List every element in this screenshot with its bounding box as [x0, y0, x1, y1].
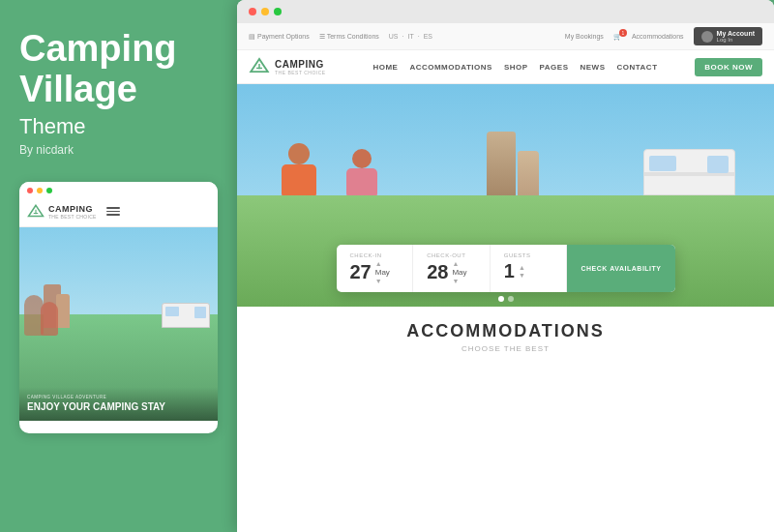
checkin-arrow-up[interactable]: ▲ — [375, 260, 390, 267]
accommodations-topbar-link[interactable]: Accommodations — [632, 33, 684, 40]
hero-rock-tower-1 — [487, 132, 516, 209]
my-account-button[interactable]: My Account Log In — [694, 27, 762, 45]
check-btn-line2: AVAILABILITY — [610, 264, 661, 273]
browser-dot-green[interactable] — [274, 8, 282, 15]
nav-logo: CAMPING THE BEST CHOICE — [249, 56, 326, 77]
brand-name-line2: Village — [19, 69, 137, 109]
accommodations-title: ACCOMMODATIONS — [256, 321, 755, 341]
terms-label: Terms Conditions — [327, 33, 379, 40]
nav-link-shop[interactable]: SHOP — [504, 63, 528, 72]
nav-link-accommodations[interactable]: ACCOMMODATIONS — [409, 63, 492, 72]
guests-arrow-up[interactable]: ▲ — [519, 264, 525, 271]
book-now-button[interactable]: BOOK NOW — [695, 58, 762, 76]
child-figure-1 — [280, 143, 318, 213]
topbar-langs: US · IT · ES — [389, 33, 432, 41]
browser-chrome — [237, 0, 774, 23]
mobile-camping-tagline: THE BEST CHOICE — [48, 214, 97, 220]
checkout-field[interactable]: CHECK-OUT 28 ▲ May ▼ — [413, 245, 491, 292]
mobile-dot-yellow — [37, 188, 43, 193]
browser-dot-red[interactable] — [249, 8, 256, 15]
checkout-arrow-down[interactable]: ▼ — [452, 278, 466, 284]
hero-dot-2[interactable] — [508, 296, 514, 302]
terms-icon: ☰ — [319, 33, 325, 41]
hero-rv — [643, 149, 735, 211]
nav-link-contact[interactable]: CONTACT — [617, 63, 658, 72]
rv-stripe — [644, 172, 734, 176]
mobile-dot-red — [27, 188, 33, 193]
rv-wheel-front — [665, 199, 676, 211]
mobile-rock2 — [56, 294, 70, 328]
guests-arrows: ▲ ▼ — [519, 264, 525, 279]
hero-slider-dots — [498, 296, 514, 302]
mobile-hero-big-text: ENJOY YOUR CAMPING STAY — [27, 401, 210, 413]
cart-badge: 1 — [619, 29, 627, 37]
checkin-arrow-down[interactable]: ▼ — [375, 278, 390, 284]
log-in-label: Log In — [717, 37, 755, 43]
hero-dot-1[interactable] — [498, 296, 504, 302]
nav-logo-tagline: THE BEST CHOICE — [275, 70, 326, 75]
browser-dot-yellow[interactable] — [261, 8, 269, 15]
mobile-logo-icon — [27, 203, 45, 221]
hero-section: CHECK-IN 27 ▲ May ▼ CHECK-OUT 28 ▲ — [237, 84, 774, 307]
check-btn-line1: CHECK — [580, 264, 607, 273]
cart-icon-wrap[interactable]: 🛒 1 — [613, 33, 622, 41]
my-bookings-link[interactable]: My Bookings — [565, 33, 604, 40]
avatar — [701, 31, 713, 43]
accommodations-section: ACCOMMODATIONS CHOOSE THE BEST — [237, 307, 774, 368]
mobile-nav-logo: CAMPING THE BEST CHOICE — [27, 203, 97, 221]
guests-value: 1 ▲ ▼ — [504, 260, 553, 282]
brand-name-line1: Camping — [19, 28, 177, 69]
mobile-dot-green — [46, 188, 52, 193]
checkout-day: 28 — [427, 261, 448, 283]
nav-link-news[interactable]: NEWS — [580, 63, 606, 72]
mobile-preview: CAMPING THE BEST CHOICE — [19, 182, 218, 433]
nav-link-home[interactable]: HOME — [372, 63, 398, 72]
checkin-month: May — [375, 268, 390, 277]
payment-icon: ▤ — [249, 33, 255, 41]
booking-widget: CHECK-IN 27 ▲ May ▼ CHECK-OUT 28 ▲ — [337, 245, 675, 292]
checkout-value: 28 ▲ May ▼ — [427, 260, 476, 284]
checkin-value: 27 ▲ May ▼ — [350, 260, 400, 284]
checkout-arrow-up[interactable]: ▲ — [452, 260, 466, 267]
nav-link-pages[interactable]: PAGES — [540, 63, 569, 72]
lang-us[interactable]: US — [389, 33, 399, 41]
checkin-month-arrows: ▲ May ▼ — [375, 260, 390, 284]
topbar-right: My Bookings 🛒 1 Accommodations My Accoun… — [565, 27, 762, 45]
checkin-label: CHECK-IN — [350, 252, 400, 258]
guests-arrow-down[interactable]: ▼ — [519, 272, 525, 279]
website-topbar: ▤ Payment Options ☰ Terms Conditions US … — [237, 23, 774, 50]
rv-bottom — [643, 195, 735, 203]
website-nav: CAMPING THE BEST CHOICE HOME ACCOMMODATI… — [237, 50, 774, 84]
nav-camping-text: CAMPING THE BEST CHOICE — [275, 59, 326, 75]
mobile-rv — [162, 303, 210, 328]
check-availability-button[interactable]: CHECK AVAILABILITY — [567, 245, 674, 292]
guests-label: GUESTS — [504, 252, 553, 258]
checkout-month-arrows: ▲ May ▼ — [452, 260, 466, 284]
accommodations-subtitle: CHOOSE THE BEST — [256, 344, 755, 353]
checkout-month: May — [452, 268, 466, 277]
topbar-payment[interactable]: ▤ Payment Options — [249, 33, 310, 41]
nav-logo-icon — [249, 56, 270, 77]
mobile-hamburger-icon[interactable] — [106, 207, 120, 216]
my-account-label: My Account — [717, 30, 755, 37]
guests-field[interactable]: GUESTS 1 ▲ ▼ — [491, 245, 568, 292]
mobile-top-bar — [19, 182, 218, 199]
mobile-nav: CAMPING THE BEST CHOICE — [19, 199, 218, 227]
lang-es[interactable]: ES — [424, 33, 432, 41]
nav-logo-name: CAMPING — [275, 59, 326, 70]
checkin-day: 27 — [350, 261, 372, 283]
brand-author: By nicdark — [19, 143, 218, 157]
nav-links: HOME ACCOMMODATIONS SHOP PAGES NEWS CONT… — [351, 63, 680, 72]
lang-it[interactable]: IT — [407, 33, 413, 41]
payment-label: Payment Options — [257, 33, 310, 40]
mobile-hero-overlay: CAMPING VILLAGE ADVENTURE ENJOY YOUR CAM… — [19, 387, 218, 421]
mobile-hero: CAMPING VILLAGE ADVENTURE ENJOY YOUR CAM… — [19, 227, 218, 421]
mobile-camping-text: CAMPING THE BEST CHOICE — [48, 204, 97, 220]
checkin-field[interactable]: CHECK-IN 27 ▲ May ▼ — [337, 245, 414, 292]
mobile-camping-name: CAMPING — [48, 204, 97, 214]
rv-wheels — [643, 203, 735, 211]
topbar-terms[interactable]: ☰ Terms Conditions — [319, 33, 379, 41]
brand-theme: Theme — [19, 114, 218, 139]
left-panel: Camping Village Theme By nicdark CAMPING — [0, 0, 237, 532]
child-figure-2 — [344, 149, 379, 211]
